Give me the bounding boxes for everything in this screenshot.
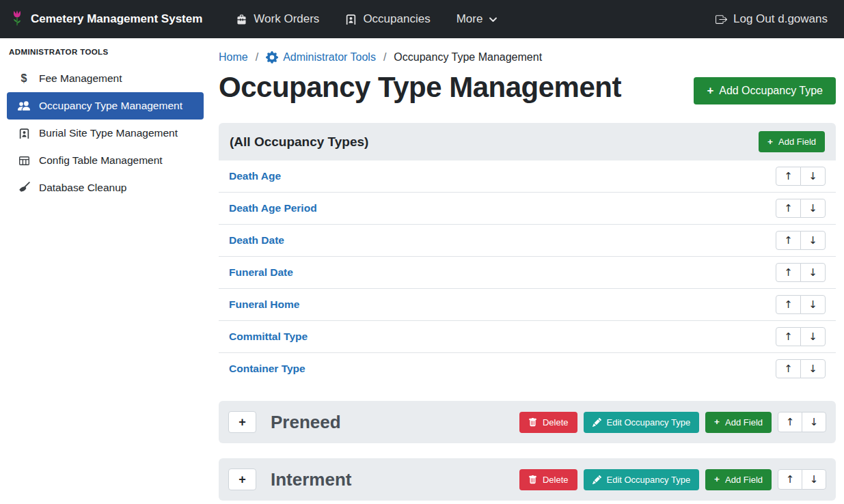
field-row: Committal Type ↑ ↓ bbox=[219, 321, 836, 353]
sidebar-item-config-table-management[interactable]: Config Table Management bbox=[7, 147, 204, 174]
move-up-button[interactable]: ↑ bbox=[778, 412, 802, 432]
plus-icon: + bbox=[767, 137, 773, 147]
field-link-container-type[interactable]: Container Type bbox=[229, 363, 305, 375]
move-down-button[interactable]: ↓ bbox=[802, 469, 826, 490]
chevron-down-icon bbox=[489, 15, 498, 24]
admin-tools-sidebar: Administrator Tools $ Fee Management Occ… bbox=[0, 38, 210, 504]
field-row: Funeral Home ↑ ↓ bbox=[219, 289, 836, 321]
sidebar-item-label: Fee Management bbox=[39, 72, 122, 85]
card-title: Interment bbox=[271, 469, 351, 490]
breadcrumb-admin-tools-link[interactable]: Administrator Tools bbox=[266, 51, 376, 64]
plus-icon: + bbox=[714, 417, 720, 427]
logout-icon bbox=[716, 14, 727, 25]
nav-more-label: More bbox=[457, 12, 483, 26]
occupancy-type-card-preneed: + Preneed Delete bbox=[219, 401, 836, 443]
users-icon bbox=[17, 100, 31, 112]
pencil-icon bbox=[593, 418, 601, 427]
table-icon bbox=[17, 155, 31, 167]
trash-icon bbox=[528, 418, 537, 427]
move-up-button[interactable]: ↑ bbox=[776, 263, 801, 282]
delete-button[interactable]: Delete bbox=[519, 412, 577, 433]
reorder-buttons: ↑ ↓ bbox=[776, 199, 826, 218]
reorder-buttons: ↑ ↓ bbox=[778, 469, 826, 490]
toolbox-icon bbox=[236, 14, 247, 25]
edit-occupancy-type-label: Edit Occupancy Type bbox=[607, 475, 691, 485]
reorder-buttons: ↑ ↓ bbox=[776, 359, 826, 378]
nav-work-orders-label: Work Orders bbox=[254, 12, 319, 26]
nav-more[interactable]: More bbox=[457, 12, 498, 26]
move-down-button[interactable]: ↓ bbox=[800, 327, 826, 346]
edit-occupancy-type-label: Edit Occupancy Type bbox=[607, 417, 691, 428]
trash-icon bbox=[528, 475, 537, 484]
top-navbar: Cemetery Management System Work Orders O… bbox=[0, 0, 844, 38]
field-row: Death Age Period ↑ ↓ bbox=[219, 193, 836, 225]
title-row: Occupancy Type Management + Add Occupanc… bbox=[219, 72, 836, 104]
field-link-death-date[interactable]: Death Date bbox=[229, 234, 284, 247]
move-down-button[interactable]: ↓ bbox=[800, 199, 826, 218]
page-title: Occupancy Type Management bbox=[219, 72, 621, 103]
add-field-label: Add Field bbox=[778, 137, 816, 147]
card-actions: Delete Edit Occupancy Type + Add Field ↑ bbox=[519, 412, 826, 433]
add-field-label: Add Field bbox=[725, 475, 763, 485]
field-link-death-age[interactable]: Death Age bbox=[229, 170, 281, 182]
sidebar-item-label: Config Table Management bbox=[39, 154, 163, 167]
dollar-icon: $ bbox=[17, 72, 31, 85]
edit-occupancy-type-button[interactable]: Edit Occupancy Type bbox=[584, 469, 700, 490]
move-down-button[interactable]: ↓ bbox=[800, 167, 826, 186]
sidebar-heading: Administrator Tools bbox=[0, 42, 210, 65]
all-occupancy-types-panel: (All Occupancy Types) + Add Field Death … bbox=[219, 123, 836, 384]
person-booth-icon bbox=[345, 14, 357, 25]
panel-title: (All Occupancy Types) bbox=[230, 135, 368, 150]
add-field-button[interactable]: + Add Field bbox=[705, 469, 772, 490]
field-link-committal-type[interactable]: Committal Type bbox=[229, 331, 308, 343]
edit-occupancy-type-button[interactable]: Edit Occupancy Type bbox=[584, 412, 700, 433]
reorder-buttons: ↑ ↓ bbox=[776, 231, 826, 250]
add-occupancy-type-label: Add Occupancy Type bbox=[719, 85, 823, 97]
move-up-button[interactable]: ↑ bbox=[776, 199, 801, 218]
delete-button[interactable]: Delete bbox=[519, 469, 577, 490]
app-title: Cemetery Management System bbox=[31, 12, 202, 26]
move-up-button[interactable]: ↑ bbox=[776, 295, 801, 314]
expand-button[interactable]: + bbox=[228, 468, 256, 490]
field-link-funeral-home[interactable]: Funeral Home bbox=[229, 298, 299, 311]
move-up-button[interactable]: ↑ bbox=[776, 359, 801, 378]
sidebar-item-label: Occupancy Type Management bbox=[39, 100, 182, 112]
sidebar-item-occupancy-type-management[interactable]: Occupancy Type Management bbox=[7, 92, 204, 120]
expand-button[interactable]: + bbox=[228, 411, 256, 433]
sidebar-item-fee-management[interactable]: $ Fee Management bbox=[7, 65, 204, 92]
app-brand[interactable]: Cemetery Management System bbox=[10, 9, 202, 29]
move-up-button[interactable]: ↑ bbox=[776, 327, 801, 346]
field-link-funeral-date[interactable]: Funeral Date bbox=[229, 266, 293, 279]
sidebar-item-database-cleanup[interactable]: Database Cleanup bbox=[7, 174, 204, 201]
move-down-button[interactable]: ↓ bbox=[800, 263, 826, 282]
field-link-death-age-period[interactable]: Death Age Period bbox=[229, 202, 317, 214]
delete-label: Delete bbox=[543, 417, 569, 428]
logout-label: Log Out d.gowans bbox=[733, 12, 828, 26]
field-row: Death Date ↑ ↓ bbox=[219, 225, 836, 257]
reorder-buttons: ↑ ↓ bbox=[776, 263, 826, 282]
move-down-button[interactable]: ↓ bbox=[800, 359, 826, 378]
move-down-button[interactable]: ↓ bbox=[800, 295, 826, 314]
nav-occupancies[interactable]: Occupancies bbox=[345, 12, 430, 26]
reorder-buttons: ↑ ↓ bbox=[778, 412, 826, 432]
card-actions: Delete Edit Occupancy Type + Add Field ↑ bbox=[519, 469, 826, 490]
plus-icon: + bbox=[714, 475, 720, 484]
breadcrumb-current: Occupancy Type Management bbox=[394, 51, 542, 64]
move-up-button[interactable]: ↑ bbox=[776, 167, 801, 186]
reorder-buttons: ↑ ↓ bbox=[776, 327, 826, 346]
sidebar-item-label: Database Cleanup bbox=[39, 182, 126, 194]
field-row: Death Age ↑ ↓ bbox=[219, 160, 836, 193]
breadcrumb-home-link[interactable]: Home bbox=[219, 51, 248, 64]
add-field-button[interactable]: + Add Field bbox=[759, 131, 825, 152]
move-down-button[interactable]: ↓ bbox=[802, 412, 826, 432]
delete-label: Delete bbox=[543, 475, 569, 485]
move-up-button[interactable]: ↑ bbox=[778, 469, 802, 490]
add-occupancy-type-button[interactable]: + Add Occupancy Type bbox=[694, 77, 836, 104]
move-up-button[interactable]: ↑ bbox=[776, 231, 801, 250]
nav-work-orders[interactable]: Work Orders bbox=[236, 12, 319, 26]
card-title: Preneed bbox=[271, 412, 341, 433]
move-down-button[interactable]: ↓ bbox=[800, 231, 826, 250]
sidebar-item-burial-site-type-management[interactable]: Burial Site Type Management bbox=[7, 120, 204, 147]
logout-button[interactable]: Log Out d.gowans bbox=[716, 12, 828, 26]
add-field-button[interactable]: + Add Field bbox=[705, 412, 772, 433]
